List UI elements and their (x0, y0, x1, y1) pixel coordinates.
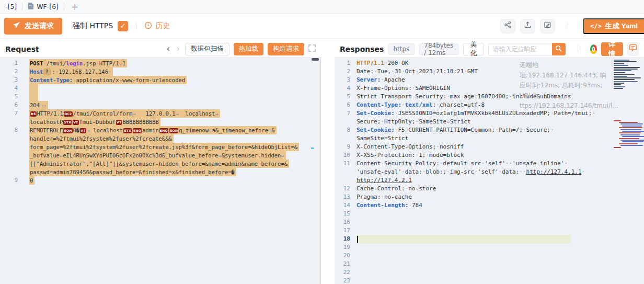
tab-label: WF-[6] (37, 3, 59, 10)
toolbar-divider (136, 22, 136, 30)
code-line[interactable]: 12Cache-Control:·no-store (335, 185, 644, 193)
code-text: Content-Length:·784 (356, 201, 422, 210)
line-number (335, 118, 350, 126)
fuzzer-split-view: Request ‹ › 数据包扫描 热加载 构造请求 1POST·/tmui/l… (0, 39, 644, 284)
code-line[interactable]: 11Content-Security-Policy:·default-src·'… (335, 160, 644, 168)
line-number (0, 143, 18, 151)
new-tab-button[interactable]: + (64, 1, 85, 13)
protocol-badge: https (388, 43, 415, 55)
header-divider (578, 45, 578, 53)
code-text: POST·/tmui/login.jsp·HTTP/1.1 (29, 59, 127, 67)
request-scrollbar[interactable] (311, 58, 321, 284)
force-https-group: 强制 HTTPS ✓ (73, 21, 128, 31)
code-line[interactable]: localhostPSTXVTTmui-DubbufVTBBBBBBBBBBB (0, 118, 321, 126)
search-button[interactable] (552, 43, 566, 55)
open-in-chrome-icon[interactable] (590, 44, 597, 54)
code-line[interactable]: 19 (335, 243, 644, 252)
line-number (0, 168, 18, 176)
code-line[interactable]: 13Pragma:·no-cache (335, 193, 644, 201)
main-toolbar: 发送请求 强制 HTTPS ✓ 历史 </> 生成 Yam (0, 14, 644, 39)
scrollbar-thumb[interactable] (312, 58, 319, 61)
code-line[interactable]: SameSite=Strict (335, 134, 644, 143)
code-line[interactable]: 18 (335, 235, 644, 243)
response-minimap[interactable] (614, 59, 643, 280)
code-line[interactable]: Secure;·HttpOnly;·SameSite=Strict (335, 118, 644, 126)
code-line[interactable]: 4 (0, 84, 321, 93)
tab-bar: -[5] WF-[6] + (0, 0, 644, 14)
line-number: 12 (335, 185, 350, 193)
edit-button[interactable] (540, 19, 555, 33)
code-text: Content-Type:·application/x-www-form-url… (29, 76, 187, 84)
fullscreen-icon[interactable] (308, 44, 316, 54)
code-line[interactable]: 23 (335, 277, 644, 284)
code-text (29, 84, 38, 93)
code-line[interactable]: form_page=%2ftmui%2fsystem%2fuser%2fcrea… (0, 143, 321, 151)
code-line[interactable]: 14Content-Length:·784 (335, 201, 644, 210)
send-request-button[interactable]: 发送请求 (4, 18, 62, 35)
tab-wf-5[interactable]: -[5] (0, 0, 22, 13)
line-number: 2 (0, 67, 18, 76)
code-line[interactable]: 8Set-Cookie:·F5_CURRENT_PARTITION=Common… (335, 126, 644, 134)
code-line[interactable]: 21 (335, 260, 644, 268)
line-number: 23 (335, 277, 350, 284)
code-text: Host?:·192.168.127.146· (29, 67, 113, 76)
response-editor[interactable]: 1HTTP/1.1·200·OK2Date:·Tue,·31·Oct·2023·… (335, 58, 644, 284)
code-line[interactable]: 16 (335, 218, 644, 226)
construct-request-button[interactable]: 构造请求 (268, 43, 304, 55)
code-line[interactable]: 'unsafe-eval'·data:·blob:;·img-src·'self… (335, 168, 644, 176)
code-line[interactable]: 2Host?:·192.168.127.146· (0, 67, 321, 76)
code-line[interactable]: passwd=admin789456&passwd_before=&finish… (0, 168, 321, 176)
code-line[interactable]: handler=%2ftmui%2fsystem%2fuser%2fcreate… (0, 134, 321, 143)
request-editor[interactable]: 1POST·/tmui/login.jsp·HTTP/1.12Host?:·19… (0, 58, 321, 284)
code-line[interactable]: 9X-Content-Type-Options:·nosniff (335, 143, 644, 151)
code-line[interactable]: 15 (335, 210, 644, 218)
search-icon (555, 45, 562, 53)
generate-yaml-button[interactable]: </> 生成 Yaml (583, 18, 644, 34)
code-line[interactable]: 1POST·/tmui/login.jsp·HTTP/1.1 (0, 59, 321, 67)
code-text: Secure;·HttpOnly;·SameSite=Strict (356, 118, 471, 126)
code-line[interactable]: 10X-XSS-Protection:·1;·mode=block (335, 151, 644, 160)
details-button[interactable]: 详情 (601, 42, 624, 56)
minimap-marker (311, 147, 314, 149)
next-packet-button[interactable]: › (175, 44, 181, 53)
code-line[interactable]: 6204→→ (0, 101, 321, 109)
tab-wf-6[interactable]: WF-[6] (22, 0, 64, 13)
share-icon (504, 21, 512, 31)
history-label: 历史 (155, 21, 170, 31)
code-line[interactable]: 8REMOTEROLESOH0�VT→ localhostSTXENQadmin… (0, 126, 321, 134)
code-line[interactable]: 22 (335, 268, 644, 277)
code-text: http://127.4.2.1 (356, 176, 412, 185)
panel-resizer[interactable] (321, 41, 335, 284)
hot-reload-button[interactable]: 热加载 (234, 43, 264, 55)
force-https-checkbox[interactable]: ✓ (118, 21, 128, 31)
code-line[interactable]: 17 (335, 226, 644, 235)
code-text: Content-Type:·text/xml;·charset=utf-8 (356, 101, 485, 109)
line-number: 11 (335, 160, 350, 168)
code-line[interactable]: 90 (0, 176, 321, 185)
code-line[interactable]: 20 (335, 252, 644, 260)
export-button[interactable] (520, 19, 535, 33)
share-button[interactable] (500, 19, 515, 33)
search-input[interactable] (488, 43, 552, 55)
line-number: 5 (0, 93, 18, 101)
history-button[interactable]: 历史 (144, 21, 170, 31)
code-text: passwd=admin789456&passwd_before=&finish… (29, 168, 236, 176)
line-number (0, 134, 18, 143)
code-line[interactable]: http://127.4.2.1 (335, 176, 644, 185)
code-line[interactable]: 3Content-Type:·application/x-www-form-ur… (0, 76, 321, 84)
code-line[interactable]: [["Administrator","[All]"]]&systemuser-h… (0, 160, 321, 168)
comment-button[interactable] (627, 42, 639, 56)
beautify-button[interactable]: 美化 (463, 43, 484, 55)
line-number (335, 134, 350, 143)
prev-packet-button[interactable]: ‹ (165, 44, 171, 53)
line-number (0, 151, 18, 160)
line-number: 2 (335, 67, 350, 76)
packet-scan-button[interactable]: 数据包扫描 (185, 43, 229, 55)
code-line[interactable]: 5 (0, 93, 321, 101)
remote-address-info: 远端地址:192.168.127.146:443; 响 应时间:12ms; 总耗… (520, 60, 610, 111)
line-number: 5 (335, 93, 350, 101)
code-line[interactable]: _bufvalue=eIL4RUnSwXYoPUIOGcOFx2o00Xc%3d… (0, 151, 321, 160)
code-line[interactable]: 7RSHTTP/1.1DC2/tmui/Control/form→ 127.0.… (0, 109, 321, 118)
line-number: 21 (335, 260, 350, 268)
line-number: 17 (335, 226, 350, 235)
